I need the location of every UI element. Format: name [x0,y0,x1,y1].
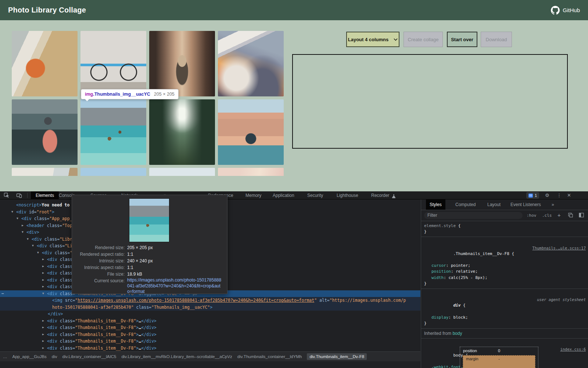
expand-arrow-icon[interactable]: ▶ [42,283,44,290]
close-devtools-icon[interactable]: ✕ [567,191,571,199]
dom-node[interactable]: <img src="https://images.unsplash.com/ph… [0,297,420,304]
expand-arrow-icon[interactable]: ▼ [22,229,24,236]
github-link[interactable]: GitHub [551,6,580,15]
copy-styles-icon[interactable] [568,213,573,219]
tab-layout[interactable]: Layout [487,199,501,210]
app-header: Photo Library Collage GitHub [0,0,588,20]
preview-row-value: 205 × 205 px [127,244,153,251]
image-preview-popup: Rendered size:205 × 205 pxRendered aspec… [72,195,227,294]
tab-recorder[interactable]: Recorder [371,191,389,199]
inspect-tooltip-class: .Thumbnails_img__uacYC [93,92,150,97]
expand-arrow-icon[interactable]: ▶ [42,324,44,331]
expand-arrow-icon[interactable]: ▼ [37,250,39,256]
expand-arrow-icon[interactable]: ▶ [42,270,44,277]
expand-arrow-icon[interactable]: ▼ [11,209,13,216]
rule-element-style[interactable]: element.style { } [421,221,588,237]
stylesheet-link[interactable]: Thumbnails.…ule.scss:17 [533,245,586,251]
tab-computed[interactable]: Computed [455,199,476,210]
tab-lighthouse[interactable]: Lighthouse [337,191,358,199]
tab-application[interactable]: Application [273,191,294,199]
expand-arrow-icon[interactable]: ▼ [17,215,18,222]
expand-arrow-icon[interactable]: ▶ [42,331,44,338]
expand-arrow-icon[interactable]: ▼ [42,290,44,297]
inspect-tooltip: img.Thumbnails_img__uacYC 205 × 205 [81,89,179,99]
dom-node[interactable]: ▶<div class="Thumbnails_item__Dv-F8">…</… [0,338,420,345]
photo-thumb-braies-lake[interactable] [80,99,146,165]
dom-node[interactable]: ▶<div class="Thumbnails_item__Dv-F8">…</… [0,345,420,352]
photo-thumb-partial-peaks[interactable] [12,168,78,176]
kebab-menu-icon[interactable]: ⋮ [557,191,562,199]
photo-thumb-starfish-beach[interactable] [12,31,78,96]
breadcrumb-item[interactable]: div.Thumbnails_container__ldYMh [237,354,302,359]
index-css-link[interactable]: index.css:6 [560,346,586,352]
create-collage-button[interactable]: Create collage [404,32,443,47]
inherited-body-link[interactable]: body [452,331,462,336]
new-style-rule-icon[interactable]: + [557,210,560,221]
dom-node[interactable]: ▶<div class="Thumbnails_item__Dv-F8">…</… [0,318,420,325]
tab-memory[interactable]: Memory [245,191,261,199]
breadcrumb-item[interactable]: div.Library_item__mvRkO.Library_item--sc… [121,354,232,359]
expand-arrow-icon[interactable]: ▼ [27,236,29,243]
photo-thumb-hiker-lake[interactable] [12,99,78,165]
start-over-button[interactable]: Start over [447,32,477,47]
breadcrumb-item[interactable]: App_app__GuJBs [12,354,47,359]
layout-select[interactable]: Layout 4 columns [346,32,399,47]
chevron-down-icon [394,38,398,41]
breadcrumb-item[interactable]: … [3,354,7,359]
photo-thumb-partial-sunset[interactable] [218,168,284,176]
styles-filter-input[interactable]: Filter [424,212,523,219]
dom-node[interactable]: </div> [0,311,420,318]
expand-arrow-icon[interactable]: ▶ [22,222,24,229]
photo-thumb-airplane-wing[interactable] [218,31,284,96]
more-panels-icon[interactable]: » [552,199,554,210]
hov-toggle[interactable]: :hov [527,210,537,221]
settings-gear-icon[interactable]: ⚙ [545,191,549,199]
sidebar-tabs: Styles Computed Layout Event Listeners » [421,199,588,210]
expand-arrow-icon[interactable]: ▶ [42,263,44,270]
box-model-margin-box[interactable]: margin - [463,355,535,368]
node-menu-dots-icon[interactable]: ⋯ [1,290,4,297]
box-model-diagram[interactable]: position 0 margin - [460,347,538,368]
box-model-margin-value: - [463,357,535,361]
device-toolbar-icon[interactable] [16,192,22,198]
photo-thumb-partial-sky[interactable] [80,168,146,176]
breadcrumb: …App_app__GuJBsdivdiv.Library_container_… [0,351,420,361]
styles-filter-bar: Filter :hov .cls + [421,210,588,221]
dom-node[interactable]: ▶<div class="Thumbnails_item__Dv-F8">…</… [0,324,420,331]
collage-drop-area[interactable] [292,54,568,149]
expand-arrow-icon[interactable]: ▶ [42,318,44,325]
expand-arrow-icon[interactable]: ▶ [42,338,44,345]
photo-thumb-blue-bicycle[interactable] [80,31,146,96]
issues-badge[interactable]: 1 [526,192,539,199]
breadcrumb-item[interactable]: div [52,354,57,359]
photo-thumb-partial-town[interactable] [149,168,215,176]
photo-thumb-rialto-bridge[interactable] [218,99,284,165]
breadcrumb-item-active[interactable]: div.Thumbnails_item__Dv-F8 [307,353,367,360]
expand-arrow-icon[interactable]: ▶ [42,277,44,284]
tab-event-listeners[interactable]: Event Listeners [510,199,541,210]
photo-thumb-suspension-bridge[interactable] [149,99,215,165]
tab-elements[interactable]: Elements [31,191,59,199]
dom-node[interactable]: ▶<div class="Thumbnails_item__Dv-F8">…</… [0,331,420,338]
rule-div-ua[interactable]: user agent stylesheet div { display: blo… [421,289,588,329]
tab-security[interactable]: Security [307,191,323,199]
inspect-tooltip-tag: img [85,92,93,97]
rule-thumbnails-item[interactable]: Thumbnails.…ule.scss:17 .Thumbnails_item… [421,237,588,289]
tab-styles[interactable]: Styles [426,199,445,210]
photo-thumb-alley-backpacker[interactable] [149,31,215,96]
expand-arrow-icon[interactable]: ▶ [42,256,44,263]
breadcrumb-item[interactable]: div.Library_container__lAIC5 [62,354,116,359]
preview-row-value: 1:1 [127,251,133,258]
screen: Photo Library Collage GitHub img.Thumbna… [0,0,588,368]
expand-arrow-icon[interactable]: ▼ [32,243,34,250]
layout-select-value: Layout 4 columns [348,37,389,42]
preview-source-link[interactable]: https://images.unsplash.com/photo-150178… [127,277,222,295]
sidebar-layout-icon[interactable] [579,213,584,219]
download-button[interactable]: Download [481,32,512,47]
cls-toggle[interactable]: .cls [542,210,552,221]
dom-node[interactable]: hoto-1501785888041-af3ef285b470" class="… [0,304,420,311]
style-rules: element.style { } Thumbnails.…ule.scss:1… [421,221,588,368]
expand-arrow-icon[interactable]: ▶ [42,345,44,352]
inspect-element-icon[interactable] [4,192,10,198]
experiment-flask-icon [392,193,398,199]
